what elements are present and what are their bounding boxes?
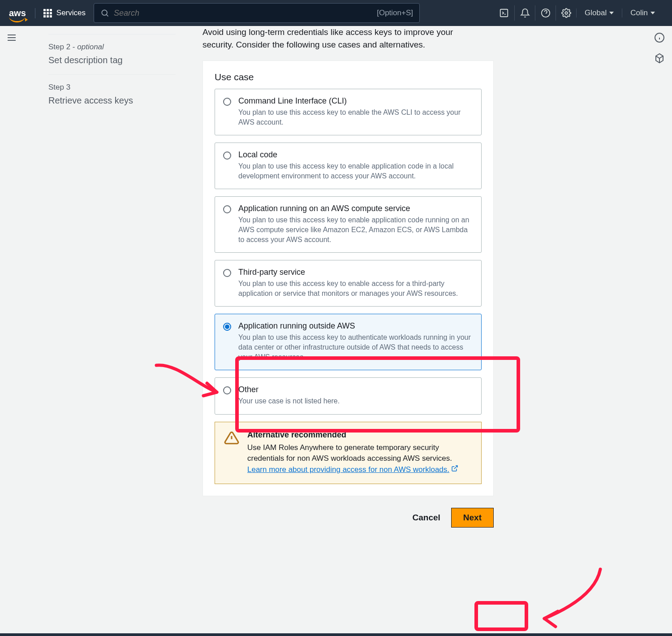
search-input[interactable] — [114, 9, 377, 18]
external-link-icon — [451, 464, 458, 476]
usecase-desc: You plan to use this access key to enabl… — [238, 108, 473, 127]
step-title: Set description tag — [48, 54, 176, 66]
usecase-title: Local code — [238, 150, 473, 160]
wizard-actions: Cancel Next — [202, 496, 494, 538]
region-selector[interactable]: Global — [576, 9, 622, 17]
radio-icon — [223, 269, 231, 277]
radio-icon — [223, 205, 231, 213]
region-label: Global — [585, 9, 607, 17]
usecase-title: Command Line Interface (CLI) — [238, 96, 473, 106]
alert-title: Alternative recommended — [247, 430, 472, 440]
radio-icon — [223, 98, 231, 106]
usecase-desc: You plan to use this access key to enabl… — [238, 279, 473, 298]
step-label: Step 2 - optional — [48, 43, 176, 52]
alert-body: Use IAM Roles Anywhere to generate tempo… — [247, 442, 472, 476]
usecase-title: Application running outside AWS — [238, 321, 473, 331]
wizard-step-1[interactable] — [48, 26, 176, 35]
radio-icon — [223, 386, 231, 394]
notifications-icon[interactable] — [514, 5, 535, 21]
usecase-option-5[interactable]: OtherYour use case is not listed here. — [215, 377, 482, 415]
usecase-desc: You plan to use this access key to enabl… — [238, 215, 473, 244]
top-nav: aws Services [Option+S] Global Colin — [0, 0, 672, 26]
radio-icon — [223, 151, 231, 160]
usecase-panel: Use case Command Line Interface (CLI)You… — [202, 61, 494, 496]
wizard-step-2[interactable]: Step 2 - optional Set description tag — [48, 35, 176, 75]
services-grid-icon — [43, 9, 52, 17]
account-menu[interactable]: Colin — [622, 9, 663, 17]
user-label: Colin — [630, 9, 648, 17]
search-shortcut: [Option+S] — [377, 9, 413, 17]
usecase-option-1[interactable]: Local codeYou plan to use this access ke… — [215, 143, 482, 189]
usecase-option-4[interactable]: Application running outside AWSYou plan … — [215, 314, 482, 370]
step-label: Step 3 — [48, 83, 176, 92]
page-shell: Step 2 - optional Set description tag St… — [0, 26, 672, 538]
wizard-step-3[interactable]: Step 3 Retrieve access keys — [48, 75, 176, 115]
search-icon — [100, 9, 109, 17]
warning-icon — [224, 430, 239, 476]
usecase-option-2[interactable]: Application running on an AWS compute se… — [215, 196, 482, 253]
aws-logo[interactable]: aws — [9, 8, 35, 18]
alert-link[interactable]: Learn more about providing access for no… — [247, 465, 458, 474]
main-content: Avoid using long-term credentials like a… — [202, 26, 647, 538]
usecase-title: Application running on an AWS compute se… — [238, 204, 473, 213]
radio-icon — [223, 323, 231, 331]
usecase-desc: You plan to use this access key to enabl… — [238, 161, 473, 181]
svg-point-0 — [102, 10, 107, 15]
usecase-desc: You plan to use this access key to authe… — [238, 333, 473, 362]
info-icon[interactable] — [647, 32, 672, 45]
next-button[interactable]: Next — [451, 508, 494, 528]
intro-text: Avoid using long-term credentials like a… — [202, 26, 489, 51]
nav-utility-icons — [494, 5, 576, 21]
cancel-button[interactable]: Cancel — [413, 513, 440, 523]
usecase-title: Third-party service — [238, 268, 473, 277]
wizard-steps-sidebar: Step 2 - optional Set description tag St… — [23, 26, 202, 538]
sidebar-toggle-rail — [0, 26, 23, 538]
panel-heading: Use case — [215, 72, 482, 82]
caret-down-icon — [609, 12, 614, 14]
help-icon[interactable] — [535, 5, 556, 21]
svg-line-1 — [107, 15, 108, 17]
services-label: Services — [56, 9, 86, 17]
step-title: Retrieve access keys — [48, 95, 176, 107]
search-box[interactable]: [Option+S] — [94, 3, 420, 23]
right-help-rail — [647, 26, 672, 538]
services-menu[interactable]: Services — [43, 9, 86, 17]
cloudshell-icon[interactable] — [494, 5, 514, 21]
usecase-title: Other — [238, 385, 340, 394]
svg-point-6 — [565, 12, 568, 14]
tutorials-icon[interactable] — [647, 53, 672, 65]
settings-icon[interactable] — [556, 5, 576, 21]
caret-down-icon — [650, 12, 655, 14]
svg-line-12 — [454, 466, 457, 469]
usecase-option-0[interactable]: Command Line Interface (CLI)You plan to … — [215, 89, 482, 135]
usecase-option-3[interactable]: Third-party serviceYou plan to use this … — [215, 260, 482, 307]
alternative-recommended-alert: Alternative recommended Use IAM Roles An… — [215, 422, 482, 484]
hamburger-icon[interactable] — [6, 32, 17, 43]
usecase-desc: Your use case is not listed here. — [238, 396, 340, 406]
